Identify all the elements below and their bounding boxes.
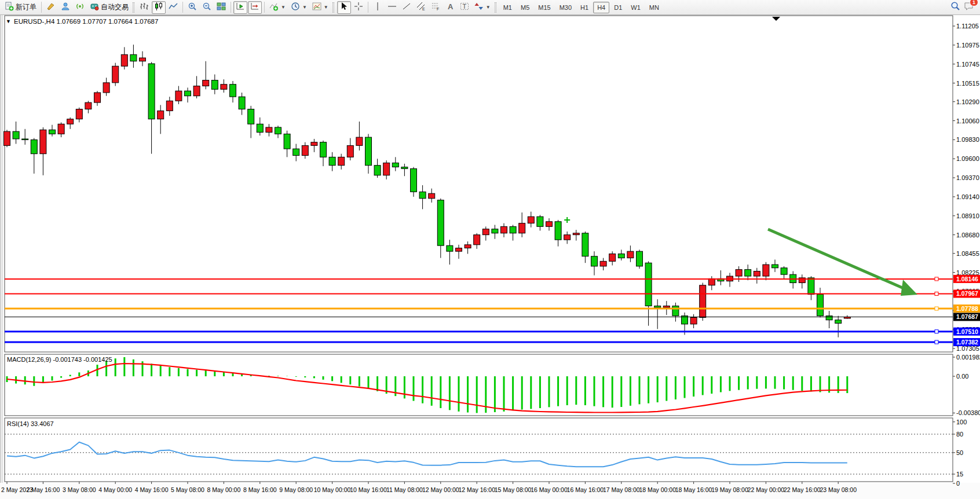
price-tick-label: 1.10515 — [956, 80, 979, 87]
timeframe-H1[interactable]: H1 — [576, 2, 593, 13]
candle — [193, 86, 200, 96]
candle — [248, 109, 254, 124]
bar-chart-button[interactable] — [137, 1, 151, 14]
vertical-line-button[interactable] — [371, 1, 385, 14]
candle — [67, 119, 74, 124]
price-line-label: 1.08146 — [956, 276, 978, 282]
fibonacci-button[interactable]: F — [429, 1, 443, 14]
text-label-button[interactable]: T — [458, 1, 471, 14]
date-label: 10 May 16:00 — [350, 486, 387, 493]
zoom-out-icon — [202, 2, 211, 13]
line-handle[interactable] — [935, 292, 938, 295]
candle — [618, 254, 624, 258]
search-icon[interactable] — [950, 1, 960, 13]
trendline-button[interactable] — [400, 1, 414, 14]
timeframe-M5[interactable]: M5 — [517, 2, 533, 13]
price-tick-label: 1.11205 — [956, 23, 979, 30]
chart-shift-button[interactable] — [248, 1, 262, 14]
candle — [365, 137, 372, 166]
candle — [482, 229, 489, 235]
zoom-in-button[interactable] — [185, 1, 199, 14]
toolbar-grip[interactable] — [332, 2, 334, 13]
gold-tool-button[interactable] — [44, 1, 58, 14]
line-chart-button[interactable] — [166, 1, 180, 14]
candle — [781, 268, 787, 274]
candle — [392, 163, 398, 167]
line-handle[interactable] — [935, 330, 938, 333]
candle — [383, 163, 390, 175]
date-label: 5 May 08:00 — [171, 486, 204, 493]
auto-scroll-button[interactable] — [233, 1, 247, 14]
toolbar-grip[interactable] — [133, 2, 134, 13]
candle — [736, 270, 742, 276]
rsi-panel — [5, 418, 953, 482]
date-label: 4 May 00:00 — [98, 486, 132, 493]
price-tick-label: 1.10975 — [956, 42, 979, 49]
arrows-button[interactable]: ▼ — [472, 1, 493, 14]
candle — [221, 85, 227, 90]
date-label: 12 May 00:00 — [422, 486, 459, 493]
candle — [49, 130, 56, 134]
date-label: 8 May 16:00 — [243, 486, 277, 493]
timeframe-M1[interactable]: M1 — [499, 2, 516, 13]
channel-icon: E — [416, 2, 426, 13]
candle — [148, 64, 155, 119]
templates-button[interactable]: ▼ — [310, 1, 331, 14]
timeframe-bar: M1M5M15M30H1H4D1W1MN — [499, 2, 663, 13]
timeframe-W1[interactable]: W1 — [627, 2, 645, 13]
timeframe-M30[interactable]: M30 — [555, 2, 576, 13]
candle — [302, 145, 308, 155]
line-handle[interactable] — [935, 277, 938, 281]
candle — [501, 226, 507, 233]
toolbar-grip[interactable] — [495, 2, 496, 13]
date-label: 22 May 16:00 — [784, 486, 821, 493]
text-button[interactable]: A — [443, 1, 457, 14]
indicators-button[interactable]: ▼ — [267, 1, 288, 14]
candle — [284, 134, 290, 149]
separator — [368, 2, 368, 13]
timeframe-M15[interactable]: M15 — [534, 2, 554, 13]
autotrading-button[interactable]: 自动交易 — [87, 1, 131, 14]
chart-area[interactable]: 1.112051.109751.107451.105151.102901.100… — [0, 15, 980, 499]
candle — [826, 316, 832, 320]
candle — [763, 265, 769, 276]
candle — [275, 127, 281, 134]
date-label: 18 May 16:00 — [675, 486, 712, 493]
line-handle[interactable] — [935, 340, 938, 344]
toolbar: 新订单 自动交易 ▼ ▼ ▼ E F A T ▼ M1M5M15M30H1H4D… — [0, 0, 980, 15]
cursor-button[interactable] — [337, 1, 351, 14]
line-handle[interactable] — [935, 307, 938, 310]
new-order-button[interactable]: 新订单 — [2, 1, 39, 14]
candle — [266, 127, 272, 133]
candle — [374, 166, 381, 175]
timeframe-D1[interactable]: D1 — [610, 2, 626, 13]
crosshair-button[interactable] — [352, 1, 365, 14]
tile-windows-button[interactable] — [214, 1, 228, 14]
candle — [465, 245, 471, 248]
timeframe-MN[interactable]: MN — [645, 2, 663, 13]
rsi-tick-label: 15 — [956, 471, 963, 478]
candle — [609, 254, 616, 261]
channel-button[interactable]: E — [414, 1, 428, 14]
candle — [356, 137, 363, 145]
candle — [600, 261, 606, 266]
signals-button[interactable] — [73, 1, 87, 14]
candle — [94, 93, 101, 102]
candle — [637, 251, 643, 266]
vertical-line-icon — [373, 2, 382, 13]
candle — [564, 235, 571, 240]
chat-button[interactable]: 1 — [964, 1, 974, 13]
horizontal-line-button[interactable] — [385, 1, 399, 14]
date-label: 2 May 16:00 — [27, 486, 60, 493]
candle — [130, 54, 137, 61]
timeframe-H4[interactable]: H4 — [593, 2, 609, 13]
periods-button[interactable]: ▼ — [288, 1, 309, 14]
candle — [175, 91, 182, 101]
candle-chart-button[interactable] — [152, 1, 166, 14]
candle — [203, 80, 209, 86]
price-tick-label: 1.08225 — [956, 269, 979, 276]
community-button[interactable] — [58, 1, 72, 14]
bar-chart-icon — [140, 2, 149, 13]
candle — [76, 109, 82, 119]
zoom-out-button[interactable] — [200, 1, 214, 14]
